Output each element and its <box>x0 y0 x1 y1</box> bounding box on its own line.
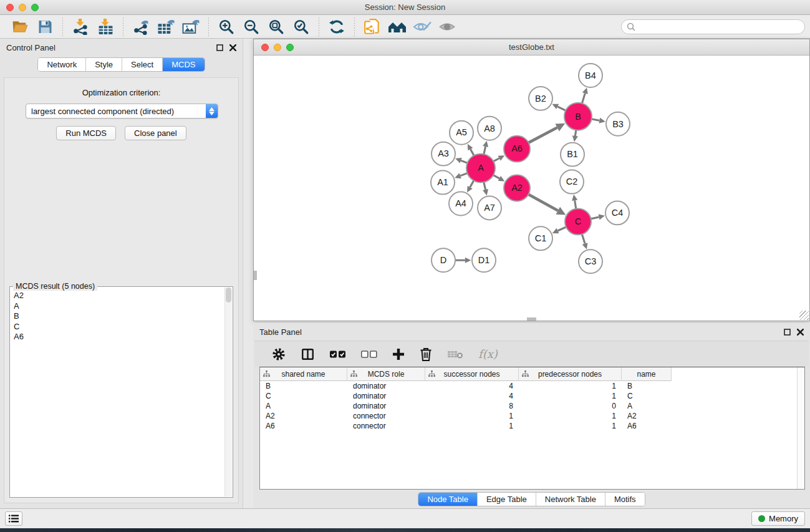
export-network-icon[interactable] <box>131 17 151 36</box>
memory-label: Memory <box>769 514 798 523</box>
result-item[interactable]: C <box>14 322 224 332</box>
table-cell[interactable]: 1 <box>425 421 519 431</box>
float-panel-icon[interactable] <box>216 44 223 51</box>
tab-node-table[interactable]: Node Table <box>418 493 477 506</box>
close-panel-icon[interactable] <box>229 44 236 51</box>
column-layout-icon[interactable] <box>301 347 315 361</box>
task-history-button[interactable] <box>5 511 22 526</box>
search-input[interactable] <box>639 22 799 31</box>
table-row[interactable]: A2connector11A2 <box>260 411 804 421</box>
column-header-successor-nodes[interactable]: successor nodes <box>425 367 519 381</box>
select-all-icon[interactable] <box>330 350 346 359</box>
edge-arrow <box>599 118 605 123</box>
table-row[interactable]: A6connector11A6 <box>260 421 804 431</box>
open-file-icon[interactable] <box>10 17 30 36</box>
table-cell[interactable]: B <box>622 381 672 391</box>
add-column-icon[interactable] <box>392 348 405 360</box>
column-header-name[interactable]: name <box>622 367 672 381</box>
vertical-scroll-thumb[interactable] <box>254 271 257 280</box>
application-window: Session: New Session <box>0 0 810 532</box>
refresh-view-icon[interactable] <box>327 17 347 36</box>
result-scrollbar[interactable] <box>224 288 232 496</box>
result-item[interactable]: A2 <box>14 291 224 301</box>
table-cell[interactable]: 4 <box>425 391 519 401</box>
table-cell[interactable]: 1 <box>425 411 519 421</box>
result-item[interactable]: B <box>14 311 224 322</box>
deselect-all-icon[interactable] <box>361 350 377 359</box>
zoom-in-icon[interactable] <box>216 17 236 36</box>
table-cell[interactable]: C <box>260 391 347 401</box>
table-cell[interactable]: B <box>260 381 347 391</box>
table-cell[interactable]: A <box>260 401 347 411</box>
zoom-selected-icon[interactable] <box>291 17 311 36</box>
edge-arrow <box>572 195 577 201</box>
import-network-icon[interactable] <box>70 17 90 36</box>
node-label-D1: D1 <box>478 255 490 265</box>
tab-edge-table[interactable]: Edge Table <box>477 493 536 506</box>
delete-table-icon <box>447 349 463 359</box>
table-cell[interactable]: 4 <box>425 381 519 391</box>
table-cell[interactable]: 1 <box>519 421 622 431</box>
tab-network[interactable]: Network <box>38 58 85 71</box>
result-item[interactable]: A <box>14 301 224 312</box>
table-cell[interactable]: dominator <box>347 401 425 411</box>
status-bar: Memory <box>0 508 810 528</box>
close-panel-button[interactable]: Close panel <box>125 126 186 140</box>
network-canvas[interactable]: B4B2BB3A8A5A6B1A3AA1C2A2A4A7C4CC1C3DD1 <box>254 56 809 321</box>
node-label-D: D <box>440 255 446 265</box>
resize-grip[interactable] <box>799 311 809 320</box>
network-window-titlebar[interactable]: testGlobe.txt <box>254 39 809 56</box>
table-cell[interactable]: C <box>622 391 672 401</box>
hide-selected-icon[interactable] <box>412 17 432 36</box>
float-panel-icon[interactable] <box>784 329 791 336</box>
table-cell[interactable]: A6 <box>260 421 347 431</box>
table-settings-icon[interactable] <box>272 347 286 361</box>
export-table-icon[interactable] <box>156 17 176 36</box>
delete-column-icon[interactable] <box>420 347 432 361</box>
tab-select[interactable]: Select <box>122 58 162 71</box>
new-network-from-selection-icon[interactable] <box>362 17 382 36</box>
tab-style[interactable]: Style <box>85 58 122 71</box>
zoom-out-icon[interactable] <box>241 17 261 36</box>
table-panel: Table Panel <box>253 323 810 508</box>
search-box[interactable] <box>621 19 805 34</box>
criterion-dropdown[interactable]: largest connected component (directed) <box>26 104 218 118</box>
table-cell[interactable]: A <box>622 401 672 411</box>
import-table-icon[interactable] <box>95 17 115 36</box>
first-neighbors-icon[interactable] <box>387 17 407 36</box>
table-cell[interactable]: 1 <box>519 381 622 391</box>
result-item[interactable]: A6 <box>14 332 224 342</box>
table-cell[interactable]: A2 <box>260 411 347 421</box>
horizontal-scroll-thumb[interactable] <box>527 317 536 321</box>
table-cell[interactable]: 0 <box>519 401 622 411</box>
table-cell[interactable]: connector <box>347 421 425 431</box>
export-image-icon[interactable] <box>181 17 201 36</box>
table-cell[interactable]: connector <box>347 411 425 421</box>
tab-motifs[interactable]: Motifs <box>605 493 645 506</box>
table-scrollbar[interactable] <box>797 367 804 489</box>
table-body: Bdominator41BCdominator41CAdominator80AA… <box>260 381 804 431</box>
column-header-predecessor-nodes[interactable]: predecessor nodes <box>519 367 622 381</box>
table-cell[interactable]: 1 <box>519 411 622 421</box>
show-all-icon[interactable] <box>437 17 457 36</box>
close-panel-icon[interactable] <box>797 329 804 336</box>
save-session-icon[interactable] <box>35 17 55 36</box>
table-row[interactable]: Cdominator41C <box>260 391 804 401</box>
table-row[interactable]: Bdominator41B <box>260 381 804 391</box>
table-cell[interactable]: 8 <box>425 401 519 411</box>
column-header-MCDS-role[interactable]: MCDS role <box>347 367 425 381</box>
memory-button[interactable]: Memory <box>751 511 805 526</box>
edge-arrow <box>483 189 488 195</box>
table-row[interactable]: Adominator80A <box>260 401 804 411</box>
tab-network-table[interactable]: Network Table <box>536 493 605 506</box>
table-panel-title: Table Panel <box>259 327 784 337</box>
run-mcds-button[interactable]: Run MCDS <box>56 126 116 140</box>
table-cell[interactable]: 1 <box>519 391 622 401</box>
tab-mcds[interactable]: MCDS <box>162 58 204 71</box>
table-cell[interactable]: A6 <box>622 421 672 431</box>
table-cell[interactable]: A2 <box>622 411 672 421</box>
table-cell[interactable]: dominator <box>347 381 425 391</box>
column-header-shared-name[interactable]: shared name <box>260 367 347 381</box>
table-cell[interactable]: dominator <box>347 391 425 401</box>
zoom-fit-icon[interactable] <box>266 17 286 36</box>
